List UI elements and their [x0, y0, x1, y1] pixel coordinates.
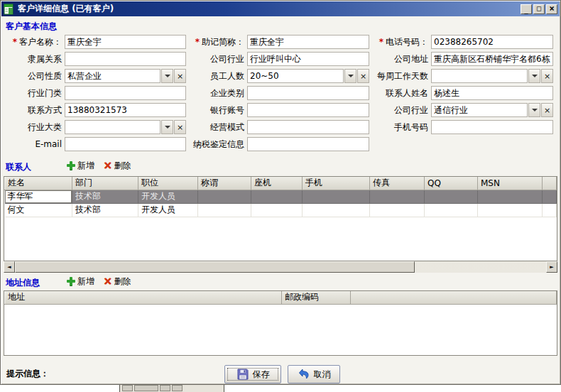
cell-salutation[interactable]: [198, 190, 251, 203]
window-title: 客户详细信息 (已有客户): [18, 3, 521, 15]
cell-salutation[interactable]: [198, 203, 251, 217]
titlebar[interactable]: 客户详细信息 (已有客户) _ □ ×: [1, 1, 560, 16]
phone-input[interactable]: [431, 35, 553, 49]
dropdown-icon[interactable]: [161, 120, 173, 134]
contacts-horizontal-scrollbar[interactable]: ◄ ►: [4, 261, 557, 273]
col-department[interactable]: 部门: [72, 177, 138, 190]
col-qq[interactable]: QQ: [425, 177, 478, 190]
contact-person-input[interactable]: [431, 86, 553, 100]
affiliation-input[interactable]: [65, 52, 186, 66]
col-landline[interactable]: 座机: [251, 177, 303, 190]
add-icon: [67, 277, 75, 285]
cell-msn[interactable]: [478, 190, 543, 203]
mobile-input[interactable]: [431, 120, 553, 134]
dropdown-icon[interactable]: [528, 103, 540, 117]
cell-msn[interactable]: [478, 203, 543, 217]
clear-icon[interactable]: ×: [174, 69, 186, 83]
cancel-undo-icon: [298, 368, 310, 381]
col-fax[interactable]: 传真: [370, 177, 425, 190]
company-nature-value[interactable]: [65, 69, 160, 83]
enterprise-type-input[interactable]: [247, 86, 369, 100]
address-add-button[interactable]: 新增: [67, 276, 94, 288]
cell-landline[interactable]: [251, 203, 303, 217]
contact-method-input[interactable]: [65, 103, 186, 117]
contacts-section-title: 联系人: [6, 161, 31, 173]
background-window-button: [134, 385, 158, 391]
email-label: E-mail: [2, 139, 65, 149]
mnemonic-input[interactable]: [247, 35, 369, 49]
scroll-left-icon[interactable]: ◄: [4, 261, 15, 273]
industry-major-combo[interactable]: ×: [65, 120, 186, 134]
business-model-input[interactable]: [247, 120, 369, 134]
contact-row[interactable]: 何文 技术部 开发人员: [5, 203, 557, 217]
address-header-row: 地址 邮政编码: [5, 291, 557, 304]
scrollbar-track[interactable]: [415, 261, 546, 273]
scroll-right-icon[interactable]: ►: [546, 261, 557, 273]
cell-name[interactable]: 李华军: [5, 190, 72, 203]
enterprise-type-label: 企业类别: [186, 87, 247, 99]
col-postal-code[interactable]: 邮政编码: [282, 291, 351, 304]
cell-department[interactable]: 技术部: [72, 203, 138, 217]
bank-account-input[interactable]: [247, 103, 369, 117]
clear-icon[interactable]: ×: [174, 120, 186, 134]
cancel-button[interactable]: 取消: [288, 365, 340, 383]
cell-position[interactable]: 开发人员: [138, 203, 198, 217]
clear-icon[interactable]: ×: [541, 69, 553, 83]
cell-qq[interactable]: [425, 203, 478, 217]
company-industry2-value[interactable]: [431, 103, 528, 117]
company-nature-combo[interactable]: ×: [65, 69, 186, 83]
dropdown-icon[interactable]: [528, 69, 540, 83]
save-floppy-icon: [236, 368, 249, 381]
required-marker: *: [13, 37, 17, 47]
col-name[interactable]: 姓名: [5, 177, 72, 190]
col-address[interactable]: 地址: [5, 291, 282, 304]
industry-major-value[interactable]: [65, 120, 160, 134]
col-salutation[interactable]: 称谓: [198, 177, 251, 190]
employee-count-combo[interactable]: ×: [247, 69, 369, 83]
industry-category-input[interactable]: [65, 86, 186, 100]
company-industry-input[interactable]: [247, 52, 369, 66]
col-mobile[interactable]: 手机: [303, 177, 370, 190]
close-button[interactable]: ×: [546, 4, 557, 14]
cell-mobile[interactable]: [303, 203, 370, 217]
scrollbar-thumb[interactable]: [15, 261, 415, 273]
company-industry2-combo[interactable]: ×: [431, 103, 553, 117]
save-button[interactable]: 保存: [224, 365, 281, 383]
background-window-button: [122, 385, 133, 391]
basic-info-form: *客户名称： *助记简称： *电话号码： 隶属关系 公司行业 公司地址 公司性质…: [2, 33, 556, 153]
address-delete-button[interactable]: × 删除: [103, 276, 131, 288]
contacts-toolbar: 新增 × 删除: [67, 159, 137, 172]
cell-qq[interactable]: [425, 190, 478, 203]
cell-mobile[interactable]: [303, 190, 370, 203]
cell-name[interactable]: 何文: [5, 203, 72, 217]
cell-fax[interactable]: [370, 203, 425, 217]
cell-position[interactable]: 开发人员: [138, 190, 198, 203]
contact-row-selected[interactable]: 李华军 技术部 开发人员: [5, 190, 557, 203]
minimize-button[interactable]: _: [521, 4, 532, 14]
address-toolbar: 新增 × 删除: [67, 275, 137, 288]
dropdown-icon[interactable]: [161, 69, 173, 83]
dropdown-icon[interactable]: [344, 69, 356, 83]
tax-info-input[interactable]: [247, 137, 369, 151]
weekly-workdays-combo[interactable]: ×: [431, 69, 553, 83]
window-form-icon: [4, 4, 15, 15]
delete-icon: ×: [103, 161, 112, 170]
contacts-add-button[interactable]: 新增: [67, 160, 94, 172]
customer-name-input[interactable]: [65, 35, 186, 49]
cell-fax[interactable]: [370, 190, 425, 203]
col-msn[interactable]: MSN: [478, 177, 543, 190]
mnemonic-label: *助记简称：: [186, 36, 247, 48]
weekly-workdays-value[interactable]: [431, 69, 528, 83]
hint-label: 提示信息：: [6, 368, 49, 380]
employee-count-value[interactable]: [247, 69, 344, 83]
tax-info-label: 纳税鉴定信息: [186, 138, 247, 151]
clear-icon[interactable]: ×: [541, 103, 553, 117]
contacts-delete-button[interactable]: × 删除: [103, 160, 131, 172]
clear-icon[interactable]: ×: [357, 69, 369, 83]
cell-landline[interactable]: [251, 190, 303, 203]
cell-department[interactable]: 技术部: [72, 190, 138, 203]
maximize-button[interactable]: □: [533, 4, 545, 14]
email-input[interactable]: [65, 137, 186, 151]
col-position[interactable]: 职位: [138, 177, 198, 190]
company-address-input[interactable]: [431, 52, 553, 66]
